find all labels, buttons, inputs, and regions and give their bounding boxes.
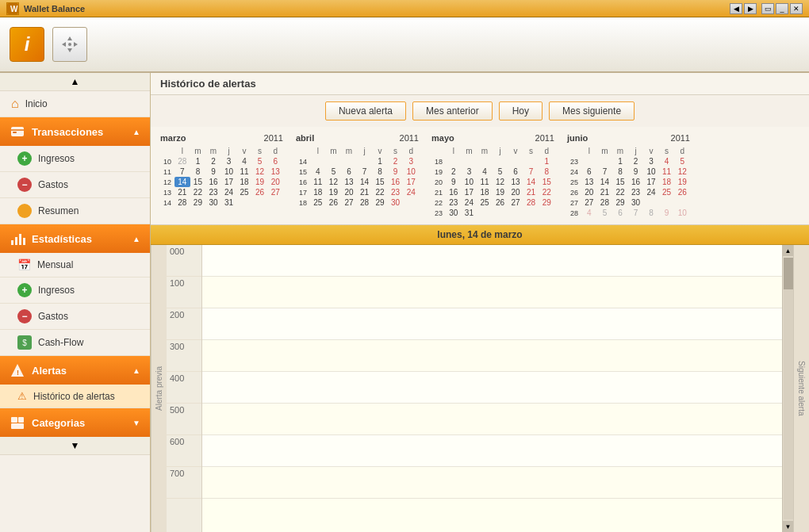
cal-day-cell[interactable] xyxy=(523,156,539,166)
cal-day-cell[interactable]: 30 xyxy=(628,197,644,208)
sidebar-section-transacciones[interactable]: Transacciones ▲ xyxy=(0,117,150,146)
cal-day-cell[interactable]: 8 xyxy=(612,166,628,177)
cal-day-cell[interactable]: 10 xyxy=(674,208,690,218)
cal-day-cell[interactable]: 6 xyxy=(581,166,597,177)
cal-day-cell[interactable]: 30 xyxy=(446,208,462,218)
event-slot-4[interactable] xyxy=(202,372,782,404)
cal-day-cell[interactable]: 28 xyxy=(597,197,613,208)
cal-day-cell[interactable]: 27 xyxy=(508,197,523,208)
cal-day-cell[interactable]: 28 xyxy=(357,197,373,208)
cal-day-cell[interactable]: 23 xyxy=(205,187,221,197)
cal-day-cell[interactable]: 1 xyxy=(190,156,206,166)
sidebar-section-estadisticas[interactable]: Estadísticas ▲ xyxy=(0,224,150,253)
sidebar-item-est-ingresos[interactable]: + Ingresos xyxy=(0,277,150,304)
scroll-thumb[interactable] xyxy=(784,258,793,289)
cal-day-cell[interactable]: 23 xyxy=(388,187,404,197)
cal-day-cell[interactable]: 7 xyxy=(523,166,539,177)
cal-day-cell[interactable]: 5 xyxy=(252,156,268,166)
cal-day-cell[interactable]: 5 xyxy=(493,166,508,177)
cal-day-cell[interactable]: 24 xyxy=(221,187,237,197)
sidebar-item-inicio[interactable]: ⌂ Inicio xyxy=(0,91,150,117)
sidebar-item-est-gastos[interactable]: − Gastos xyxy=(0,304,150,330)
cal-day-cell[interactable]: 10 xyxy=(643,166,659,177)
sidebar-item-mensual[interactable]: 📅 Mensual xyxy=(0,253,150,277)
cal-day-cell[interactable]: 26 xyxy=(674,187,690,197)
cal-day-cell[interactable]: 20 xyxy=(341,187,357,197)
cal-day-cell[interactable]: 14 xyxy=(597,177,613,187)
cal-day-cell[interactable]: 17 xyxy=(643,177,659,187)
cal-day-cell[interactable]: 19 xyxy=(326,187,342,197)
cal-day-cell[interactable]: 13 xyxy=(508,177,523,187)
cal-day-cell[interactable]: 11 xyxy=(236,166,252,177)
cal-day-cell[interactable]: 5 xyxy=(674,156,690,166)
cal-day-cell[interactable]: 3 xyxy=(643,156,659,166)
cal-day-cell[interactable]: 29 xyxy=(190,197,206,208)
cal-day-cell[interactable]: 28 xyxy=(523,197,539,208)
cal-day-cell[interactable]: 12 xyxy=(674,166,690,177)
cal-day-cell[interactable]: 13 xyxy=(581,177,597,187)
scroll-up-arrow[interactable]: ▲ xyxy=(783,245,794,256)
cal-day-cell[interactable]: 2 xyxy=(205,156,221,166)
nueva-alerta-button[interactable]: Nueva alerta xyxy=(325,101,406,121)
cal-day-cell[interactable]: 16 xyxy=(205,177,221,187)
cal-day-cell[interactable]: 13 xyxy=(341,177,357,187)
cal-day-cell[interactable]: 4 xyxy=(581,208,597,218)
cal-day-cell[interactable]: 9 xyxy=(388,166,404,177)
cal-day-cell[interactable]: 29 xyxy=(372,197,388,208)
cal-day-cell[interactable]: 25 xyxy=(477,197,493,208)
cal-day-cell[interactable] xyxy=(674,197,690,208)
cal-day-cell[interactable] xyxy=(493,208,508,218)
cal-day-cell[interactable]: 8 xyxy=(539,166,554,177)
cal-day-cell[interactable] xyxy=(267,197,283,208)
cal-day-cell[interactable]: 3 xyxy=(221,156,237,166)
next-alert-label[interactable]: Siguiente alerta xyxy=(793,245,809,532)
sidebar-item-cashflow[interactable]: $ Cash-Flow xyxy=(0,330,150,356)
cal-day-cell[interactable]: 12 xyxy=(252,166,268,177)
event-slot-7[interactable] xyxy=(202,467,782,499)
sidebar-section-alertas[interactable]: ! Alertas ▲ xyxy=(0,356,150,385)
mes-siguiente-button[interactable]: Mes siguiente xyxy=(549,101,635,121)
cal-day-cell[interactable]: 6 xyxy=(508,166,523,177)
cal-day-cell[interactable] xyxy=(539,208,554,218)
event-slot-3[interactable] xyxy=(202,340,782,372)
cal-day-cell[interactable]: 12 xyxy=(326,177,342,187)
cal-day-cell[interactable] xyxy=(357,156,373,166)
cal-day-cell[interactable]: 26 xyxy=(326,197,342,208)
cal-day-cell[interactable] xyxy=(252,197,268,208)
sidebar-section-categorias[interactable]: Categorias ▼ xyxy=(0,408,150,437)
cal-day-cell[interactable]: 2 xyxy=(446,166,462,177)
cal-day-cell[interactable]: 9 xyxy=(659,208,675,218)
cal-day-cell[interactable]: 6 xyxy=(341,166,357,177)
cal-day-cell[interactable]: 23 xyxy=(446,197,462,208)
cal-day-cell[interactable]: 29 xyxy=(612,197,628,208)
prev-alert-label[interactable]: Alerta previa xyxy=(151,245,167,532)
cal-day-cell[interactable]: 8 xyxy=(190,166,206,177)
cal-day-cell[interactable]: 15 xyxy=(372,177,388,187)
cal-day-cell[interactable]: 18 xyxy=(310,187,326,197)
cal-day-cell[interactable] xyxy=(508,208,523,218)
cal-day-cell[interactable] xyxy=(403,197,419,208)
cal-day-cell[interactable]: 18 xyxy=(236,177,252,187)
cal-day-cell[interactable]: 6 xyxy=(612,208,628,218)
cal-day-cell[interactable]: 19 xyxy=(252,177,268,187)
cal-day-cell[interactable]: 8 xyxy=(643,208,659,218)
cal-day-cell[interactable]: 4 xyxy=(659,156,675,166)
cal-day-cell[interactable]: 21 xyxy=(357,187,373,197)
cal-day-cell[interactable]: 22 xyxy=(372,187,388,197)
cal-day-cell[interactable] xyxy=(236,197,252,208)
cal-day-cell[interactable]: 31 xyxy=(462,208,477,218)
cal-day-cell[interactable]: 15 xyxy=(612,177,628,187)
cal-day-cell[interactable]: 5 xyxy=(597,208,613,218)
cal-day-cell[interactable] xyxy=(446,156,462,166)
minimize-btn[interactable]: _ xyxy=(776,3,788,14)
sidebar-scroll-up[interactable]: ▲ xyxy=(0,73,150,91)
cal-day-cell[interactable]: 9 xyxy=(628,166,644,177)
event-slot-1[interactable] xyxy=(202,277,782,308)
cal-day-cell[interactable]: 1 xyxy=(612,156,628,166)
cal-day-cell[interactable]: 7 xyxy=(628,208,644,218)
cal-day-cell[interactable]: 22 xyxy=(539,187,554,197)
cal-day-cell[interactable]: 16 xyxy=(628,177,644,187)
cal-day-cell[interactable]: 14 xyxy=(357,177,373,187)
events-area[interactable] xyxy=(202,245,782,532)
event-slot-6[interactable] xyxy=(202,435,782,467)
